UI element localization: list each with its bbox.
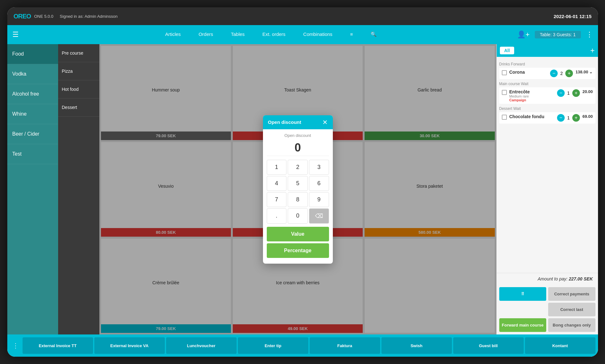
- tab-search-icon[interactable]: 🔍: [362, 29, 386, 41]
- sub-item-pre-course[interactable]: Pre course: [58, 44, 99, 62]
- numpad-key-4[interactable]: 4: [267, 176, 287, 191]
- numpad-key-backspace[interactable]: ⌫: [309, 208, 329, 224]
- item-checkbox[interactable]: [502, 70, 507, 75]
- bottom-dots-icon[interactable]: ⋮: [10, 342, 21, 349]
- sub-item-hot-food[interactable]: Hot food: [58, 80, 99, 98]
- bottom-bar: ⋮ External Invoice TT External Invoice V…: [7, 334, 598, 357]
- numpad-key-5[interactable]: 5: [288, 176, 308, 191]
- bottom-btn-kontant[interactable]: Kontant: [525, 337, 595, 354]
- amount-row: Amount to pay: 227.00 SEK: [497, 273, 598, 285]
- sub-item-dessert[interactable]: Dessert: [58, 98, 99, 117]
- device-frame: OREО ONE 5.0.0 Signed in as: Admin Admin…: [7, 7, 598, 357]
- numpad-key-7[interactable]: 7: [267, 192, 287, 207]
- numpad-key-9[interactable]: 9: [309, 192, 329, 207]
- tab-filter-icon[interactable]: ≡: [341, 29, 362, 41]
- numpad-grid: 1 2 3 4 5 6 7 8 9 . 0 ⌫: [267, 160, 329, 224]
- item-sub: Medium rare: [509, 94, 555, 98]
- nav-tabs: Articles Orders Tables Ext. orders Combi…: [25, 29, 517, 41]
- order-item-entrecote: Entrecôte Medium rare Campaign − 1 + 20.…: [499, 87, 595, 104]
- modal-label: Open discount: [267, 133, 329, 138]
- amount-label: Amount to pay:: [538, 276, 568, 281]
- modal-body: Open discount 0 1 2 3 4 5 6 7 8 9 .: [263, 129, 333, 264]
- section-drinks-forward: Drinks Forward: [499, 62, 595, 66]
- tab-ext-orders[interactable]: Ext. orders: [253, 29, 294, 41]
- all-tab[interactable]: All: [500, 47, 514, 54]
- numpad-key-3[interactable]: 3: [309, 160, 329, 175]
- numpad-key-8[interactable]: 8: [288, 192, 308, 207]
- numpad-key-2[interactable]: 2: [288, 160, 308, 175]
- forward-main-course-button[interactable]: Forward main course: [499, 318, 547, 332]
- item-controls: − 2 +: [550, 70, 573, 77]
- decrease-button[interactable]: −: [557, 114, 565, 122]
- add-item-button[interactable]: +: [590, 46, 595, 55]
- sidebar-item-alcohol-free[interactable]: Alcohol free: [7, 84, 58, 104]
- bottom-btn-guest-bill[interactable]: Guest bill: [453, 337, 524, 354]
- sidebar-item-test[interactable]: Test: [7, 144, 58, 164]
- increase-button[interactable]: +: [565, 70, 573, 77]
- bottom-btn-enter-tip[interactable]: Enter tip: [238, 337, 308, 354]
- item-details: Corona: [509, 70, 548, 75]
- numpad-key-dot[interactable]: .: [267, 208, 287, 224]
- add-person-icon[interactable]: 👤+: [517, 30, 530, 39]
- right-panel-header: All +: [497, 44, 598, 57]
- numpad-key-0[interactable]: 0: [288, 208, 308, 224]
- item-qty: 2: [559, 71, 564, 76]
- correct-last-button[interactable]: Correct last: [548, 303, 595, 316]
- tab-orders[interactable]: Orders: [190, 29, 222, 41]
- sidebar-item-vodka[interactable]: Vodka: [7, 64, 58, 84]
- order-item-choc-fondu: Chocolate fondu − 1 + 69.00: [499, 112, 595, 124]
- correct-payments-button[interactable]: Correct payments: [548, 287, 595, 301]
- modal-percentage-button[interactable]: Percentage: [267, 243, 329, 258]
- right-panel: All + Drinks Forward Corona − 2 + 138.0: [496, 44, 598, 334]
- item-checkbox[interactable]: [502, 90, 507, 95]
- decrease-button[interactable]: −: [550, 70, 558, 77]
- modal-display: 0: [267, 140, 329, 156]
- table-info: Table: 3 Guests: 1: [535, 31, 581, 38]
- modal-close-button[interactable]: ✕: [322, 118, 328, 126]
- bottom-btn-lunchvoucher[interactable]: Lunchvoucher: [166, 337, 237, 354]
- signed-in-label: Signed in as: Admin Adminsson: [60, 14, 118, 19]
- section-dessert-wait: Dessert Wait: [499, 106, 595, 111]
- numpad-icon-button[interactable]: ⠿: [499, 287, 547, 301]
- item-details: Chocolate fondu: [509, 114, 555, 119]
- hamburger-icon[interactable]: ☰: [12, 30, 19, 39]
- table-info-text: Table: 3 Guests: 1: [540, 32, 576, 37]
- item-price: 138.00 ⌄: [575, 70, 593, 74]
- item-checkbox[interactable]: [502, 115, 507, 120]
- decrease-button[interactable]: −: [557, 89, 565, 97]
- sub-sidebar: Pre course Pizza Hot food Dessert: [58, 44, 99, 334]
- amount-value: 227.00 SEK: [569, 276, 593, 281]
- top-bar: OREО ONE 5.0.0 Signed in as: Admin Admin…: [7, 7, 598, 25]
- bottom-btn-ext-invoice-tt[interactable]: External Invoice TT: [23, 337, 93, 354]
- sidebar-item-beer-cider[interactable]: Beer / Cider: [7, 124, 58, 144]
- nav-right: 👤+ Table: 3 Guests: 1 ⋮: [517, 30, 593, 39]
- tab-tables[interactable]: Tables: [222, 29, 253, 41]
- increase-button[interactable]: +: [572, 89, 580, 97]
- tab-articles[interactable]: Articles: [156, 29, 190, 41]
- item-campaign: Campaign: [509, 98, 555, 102]
- modal-value-button[interactable]: Value: [267, 227, 329, 241]
- bottom-btn-faktura[interactable]: Faktura: [310, 337, 380, 354]
- sub-item-pizza[interactable]: Pizza: [58, 62, 99, 80]
- item-controls: − 1 +: [557, 89, 580, 97]
- section-main-course-wait: Main course Wait: [499, 82, 595, 86]
- item-price: 69.00: [582, 114, 593, 119]
- bottom-btn-swish[interactable]: Swish: [381, 337, 452, 354]
- sidebar-item-food[interactable]: Food: [7, 44, 58, 64]
- item-qty: 1: [566, 91, 571, 96]
- item-details: Entrecôte Medium rare Campaign: [509, 89, 555, 102]
- more-options-icon[interactable]: ⋮: [586, 30, 593, 39]
- bong-changes-only-button[interactable]: Bong changes only: [548, 318, 595, 332]
- open-discount-modal: Open discount ✕ Open discount 0 1 2 3 4 …: [263, 115, 333, 264]
- tab-combinations[interactable]: Combinations: [294, 29, 341, 41]
- order-section: Drinks Forward Corona − 2 + 138.00 ⌄ Mai…: [497, 57, 598, 273]
- datetime-display: 2022-06-01 12:15: [554, 14, 591, 19]
- increase-button[interactable]: +: [572, 114, 580, 122]
- bottom-btn-ext-invoice-va[interactable]: External Invoice VA: [94, 337, 165, 354]
- item-name: Chocolate fondu: [509, 114, 555, 119]
- main-content: Food Vodka Alcohol free Whine Beer / Cid…: [7, 44, 598, 334]
- action-grid: ⠿ Correct payments Correct last Forward …: [497, 285, 598, 334]
- numpad-key-6[interactable]: 6: [309, 176, 329, 191]
- sidebar-item-whine[interactable]: Whine: [7, 104, 58, 124]
- numpad-key-1[interactable]: 1: [267, 160, 287, 175]
